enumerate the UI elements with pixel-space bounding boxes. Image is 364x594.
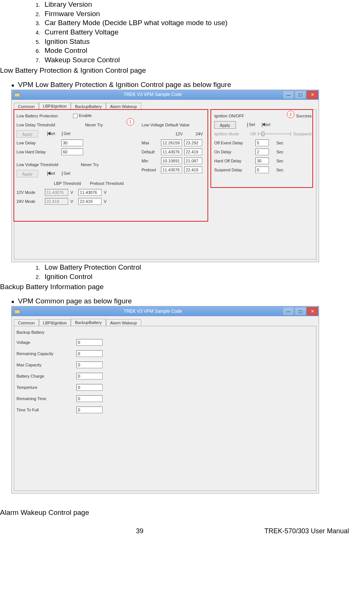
tab-backup-battery[interactable]: BackupBattery (71, 319, 106, 326)
input-def-24[interactable] (184, 148, 202, 155)
col-24v: 24V (189, 132, 209, 136)
input-temperature[interactable] (76, 384, 103, 391)
list-item: 1.Low Battery Protection Control (36, 263, 364, 272)
label-backup-battery-header: Backup Battery (16, 330, 45, 334)
label-low-hard-delay: Low Hard Delay (16, 150, 61, 154)
col-12v: 12V (169, 132, 189, 136)
bullet-item: ●VPM Common page as below figure (0, 297, 364, 305)
apply-button-1[interactable]: Apply (16, 130, 38, 138)
window-title: TREK V3 VPM Sample Code (23, 92, 283, 97)
list-item: 4.Current Battery Voltage (36, 28, 364, 37)
tab-alarm-wakeup[interactable]: Alarm Wakeup (106, 319, 141, 326)
enable-checkbox[interactable] (73, 114, 78, 118)
input-max-24[interactable] (184, 140, 202, 146)
label-off: Off (250, 132, 255, 136)
label-lbp: Low Battery Protection (16, 114, 58, 118)
input-lbp-24v[interactable] (45, 198, 68, 205)
label-remaining-time: Remaining Time (16, 396, 76, 401)
svg-rect-3 (15, 309, 20, 310)
radio-set-ign[interactable] (247, 122, 248, 128)
label-never-try-1: Never Try (85, 123, 103, 127)
label-voltage: Voltage (16, 340, 76, 345)
list-item: 5.Ignition Status (36, 37, 364, 46)
label-24v-mode: 24V Mode (16, 199, 45, 204)
header-lbp-threshold: LBP Threshold (54, 181, 90, 186)
doc-title: TREK-570/303 User Manual (264, 527, 349, 535)
input-preboot-24v[interactable] (78, 198, 101, 205)
input-off-event-delay[interactable] (255, 140, 269, 146)
section-heading: Backup Battery Information page (0, 283, 364, 291)
page-footer: 39 TREK-570/303 User Manual (0, 520, 364, 535)
label-lvdv: Low Voltage Default Value (142, 123, 189, 127)
label-hard-off-delay: Hard Off Delay (214, 159, 255, 163)
maximize-button[interactable]: ▢ (295, 91, 306, 99)
titlebar: TREK V3 VPM Sample Code — ▢ ✕ (12, 306, 319, 316)
input-lbp-12v[interactable] (45, 189, 68, 196)
window-title: TREK V3 VPM Sample Code (23, 309, 283, 314)
page-number: 39 (15, 527, 264, 535)
slider-thumb[interactable] (261, 132, 264, 136)
header-preboot-threshold: Preboot Threshold (90, 181, 124, 186)
input-def-12[interactable] (161, 148, 182, 155)
input-prb-24[interactable] (184, 166, 202, 173)
titlebar: TREK V3 VPM Sample Code — ▢ ✕ (12, 90, 319, 100)
label-on-delay: On Delay (214, 150, 255, 154)
label-success: Success (296, 114, 312, 118)
label-low-voltage-threshold: Low Voltage Threshold (16, 162, 58, 167)
input-remaining-time[interactable] (76, 395, 103, 402)
maximize-button[interactable]: ▢ (295, 307, 306, 315)
label-remaining-capacity: Remaining Capacity (16, 351, 76, 356)
input-time-to-full[interactable] (76, 406, 103, 413)
input-min-24[interactable] (184, 158, 202, 164)
radio-get-2[interactable] (62, 171, 63, 176)
ordered-list-top: 1.Library Version 2.Firmware Version 3.C… (0, 0, 364, 65)
input-max-12[interactable] (161, 140, 182, 146)
bullet-item: ●VPM Low Battery Protection & Ignition C… (0, 81, 364, 89)
tab-common[interactable]: Common (14, 319, 39, 326)
label-preboot: Preboot (142, 168, 161, 172)
label-off-event-delay: Off Event Delay (214, 141, 255, 145)
screenshot-lbp-ignition: TREK V3 VPM Sample Code — ▢ ✕ Common LBP… (11, 90, 319, 262)
input-low-hard-delay[interactable] (61, 148, 83, 155)
input-battery-charge[interactable] (76, 373, 103, 380)
screenshot-backup-battery: TREK V3 VPM Sample Code — ▢ ✕ Common LBP… (11, 306, 319, 494)
close-button[interactable]: ✕ (307, 91, 318, 99)
label-time-to-full: Time To Full (16, 408, 76, 412)
label-low-delay: Low Delay (16, 141, 61, 145)
input-voltage[interactable] (76, 339, 103, 346)
input-min-12[interactable] (161, 158, 182, 164)
radio-get-1[interactable] (62, 131, 63, 136)
label-ignition-mode: Ignition Mode (214, 132, 250, 136)
input-remaining-capacity[interactable] (76, 350, 103, 357)
input-low-delay[interactable] (61, 140, 83, 146)
input-hard-off-delay[interactable] (255, 158, 269, 164)
apply-button-ignition[interactable]: Apply (214, 121, 236, 129)
label-ignition-onoff: Ignition ON/OFF (214, 114, 244, 118)
input-on-delay[interactable] (255, 148, 269, 155)
minimize-button[interactable]: — (283, 307, 294, 315)
tab-lbp-ignition[interactable]: LBP&Ignition (39, 319, 71, 326)
input-max-capacity[interactable] (76, 362, 103, 368)
apply-button-2[interactable]: Apply (16, 170, 38, 177)
close-button[interactable]: ✕ (307, 307, 318, 315)
label-temperature: Temperture (16, 385, 76, 390)
label-battery-charge: Battery Charge (16, 374, 76, 378)
radio-set-1[interactable] (47, 131, 48, 136)
input-preboot-12v[interactable] (78, 189, 101, 196)
input-suspend-delay[interactable] (255, 166, 269, 173)
radio-set-2[interactable] (47, 171, 48, 176)
list-item: 6.Mode Control (36, 46, 364, 56)
app-icon (14, 308, 21, 315)
app-icon (14, 91, 21, 98)
label-never-try-2: Never Try (81, 162, 99, 167)
label-max: Max (142, 141, 161, 145)
section-heading: Low Battery Protection & Ignition Contro… (0, 66, 364, 75)
tab-lbp-ignition[interactable]: LBP&Ignition (39, 102, 71, 110)
label-low-delay-threshold: Low Delay Threshold (16, 123, 55, 127)
tabstrip: Common LBP&Ignition BackupBattery Alarm … (14, 318, 316, 326)
minimize-button[interactable]: — (283, 91, 294, 99)
radio-get-ign[interactable] (262, 122, 263, 128)
input-prb-12[interactable] (161, 166, 182, 173)
label-min: Min (142, 159, 161, 163)
label-suspend-delay: Suspend Delay (214, 168, 255, 172)
